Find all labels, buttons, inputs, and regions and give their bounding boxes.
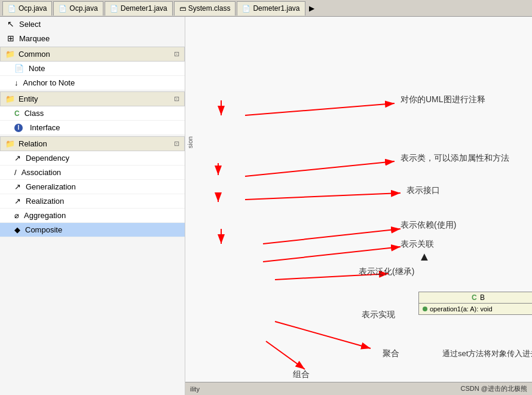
common-folder-icon: 📁 (5, 50, 15, 59)
bottom-left-label: ility (190, 385, 200, 393)
sidebar: ↖ Select ⊞ Marquee 📁 Common ⊡ 📄 Note ↓ A… (0, 17, 185, 395)
entity-category: 📁 Entity ⊡ C Class I Interface (0, 91, 185, 135)
annotation-class: 表示类，可以添加属性和方法 (400, 153, 509, 164)
dependency-label: Dependency (26, 154, 69, 163)
note-label: Note (29, 64, 45, 73)
select-tool[interactable]: ↖ Select (0, 17, 185, 31)
uml-box-bottom-b: C B operation1(a: A): void (418, 292, 532, 315)
svg-line-6 (245, 103, 395, 115)
common-category: 📁 Common ⊡ 📄 Note ↓ Anchor to Note (0, 47, 185, 90)
tab-1-icon: 📄 (8, 5, 16, 13)
svg-line-9 (263, 229, 400, 244)
relation-expand-icon[interactable]: ⊡ (174, 140, 179, 148)
svg-line-8 (245, 193, 400, 200)
cursor-icon: ↖ (7, 19, 14, 29)
anchor-icon: ↓ (14, 78, 19, 87)
bottom-b-title: B (480, 293, 485, 302)
association-label: Association (22, 168, 61, 177)
entity-header[interactable]: 📁 Entity ⊡ (0, 91, 185, 106)
annotation-generalization: 表示泛化(继承) (359, 267, 414, 277)
marquee-icon: ⊞ (7, 33, 14, 43)
interface-item[interactable]: I Interface (0, 121, 185, 135)
interface-label: Interface (30, 123, 60, 132)
realization-icon: ↗ (14, 197, 21, 206)
composite-label: Composite (25, 225, 62, 234)
class-icon: C (14, 109, 20, 118)
tab-more-button[interactable]: ▶ (309, 4, 314, 13)
aggregation-label: Aggregation (24, 211, 66, 220)
class-label: Class (25, 109, 44, 118)
realization-label: Realization (26, 197, 64, 206)
tab-4-label: System.class (188, 4, 231, 13)
anchor-to-note-item[interactable]: ↓ Anchor to Note (0, 76, 185, 90)
annotation-set-method: 通过set方法将对象传入进去，作为属性 (442, 348, 532, 359)
tab-5-label: Demeter1.java (253, 4, 299, 13)
relation-folder-icon: 📁 (5, 139, 15, 148)
tab-2-label: Ocp.java (69, 4, 97, 13)
tab-1[interactable]: 📄 Ocp.java (2, 1, 52, 16)
tab-4-icon: 🗃 (179, 5, 186, 12)
tab-5[interactable]: 📄 Demeter1.java (237, 1, 305, 16)
mouse-cursor: ▲ (418, 250, 430, 264)
tab-3-label: Demeter1.java (121, 4, 167, 13)
bottom-b-item-1: operation1(a: A): void (423, 305, 532, 313)
bottom-right-label: CSDN @进击的北极熊 (461, 384, 527, 393)
aggregation-icon: ⌀ (14, 211, 19, 220)
relation-header[interactable]: 📁 Relation ⊡ (0, 136, 185, 151)
generalization-icon: ↗ (14, 182, 21, 191)
realization-item[interactable]: ↗ Realization (0, 194, 185, 209)
note-icon: 📄 (14, 64, 24, 73)
tab-2-icon: 📄 (59, 5, 67, 13)
class-item[interactable]: C Class (0, 106, 185, 121)
common-expand-icon[interactable]: ⊡ (174, 50, 179, 58)
bottom-b-class-icon: C (472, 293, 477, 302)
common-header-label: Common (19, 50, 50, 59)
tab-bar: 📄 Ocp.java 📄 Ocp.java 📄 Demeter1.java 🗃 … (0, 0, 532, 17)
composite-item[interactable]: ◆ Composite (0, 223, 185, 237)
annotation-realization: 表示实现 (362, 310, 395, 320)
generalization-item[interactable]: ↗ Generalization (0, 180, 185, 194)
bottom-b-dot-1 (423, 307, 427, 311)
annotation-aggregation: 聚合 (383, 348, 399, 359)
arrows-svg (185, 17, 532, 395)
annotation-note: 对你的UML图进行注释 (400, 94, 485, 105)
annotation-association: 表示关联 (400, 239, 434, 250)
side-label-sion: sion (186, 136, 194, 148)
association-item[interactable]: / Association (0, 166, 185, 180)
entity-items: C Class I Interface (0, 106, 185, 135)
aggregation-item[interactable]: ⌀ Aggregation (0, 209, 185, 223)
composite-icon: ◆ (14, 225, 20, 234)
entity-expand-icon[interactable]: ⊡ (174, 95, 179, 103)
anchor-label: Anchor to Note (23, 78, 75, 87)
marquee-tool[interactable]: ⊞ Marquee (0, 31, 185, 45)
generalization-label: Generalization (26, 182, 76, 191)
dependency-item[interactable]: ↗ Dependency (0, 151, 185, 166)
content-area: sion (185, 17, 532, 395)
common-items: 📄 Note ↓ Anchor to Note (0, 62, 185, 90)
annotation-composite: 组合 (293, 369, 310, 380)
svg-line-13 (266, 341, 305, 369)
relation-category: 📁 Relation ⊡ ↗ Dependency / Association … (0, 136, 185, 237)
tab-1-label: Ocp.java (19, 4, 47, 13)
annotation-dependency: 表示依赖(使用) (400, 220, 456, 231)
entity-header-label: Entity (19, 94, 38, 103)
tab-4[interactable]: 🗃 System.class (174, 1, 236, 16)
relation-header-label: Relation (19, 139, 47, 148)
tab-5-icon: 📄 (242, 5, 250, 13)
tab-3[interactable]: 📄 Demeter1.java (105, 1, 173, 16)
entity-folder-icon: 📁 (5, 94, 15, 103)
svg-line-12 (275, 321, 371, 348)
uml-box-bottom-b-header: C B (419, 292, 532, 304)
svg-line-7 (245, 161, 395, 176)
relation-items: ↗ Dependency / Association ↗ Generalizat… (0, 151, 185, 237)
tab-2[interactable]: 📄 Ocp.java (53, 1, 103, 16)
annotation-interface: 表示接口 (406, 185, 440, 196)
uml-box-bottom-b-body: operation1(a: A): void (419, 304, 532, 314)
tab-3-icon: 📄 (110, 5, 118, 13)
interface-icon: I (14, 124, 23, 132)
common-header[interactable]: 📁 Common ⊡ (0, 47, 185, 62)
select-label: Select (19, 20, 41, 29)
marquee-label: Marquee (19, 34, 50, 43)
note-item[interactable]: 📄 Note (0, 62, 185, 76)
dependency-icon: ↗ (14, 154, 21, 163)
